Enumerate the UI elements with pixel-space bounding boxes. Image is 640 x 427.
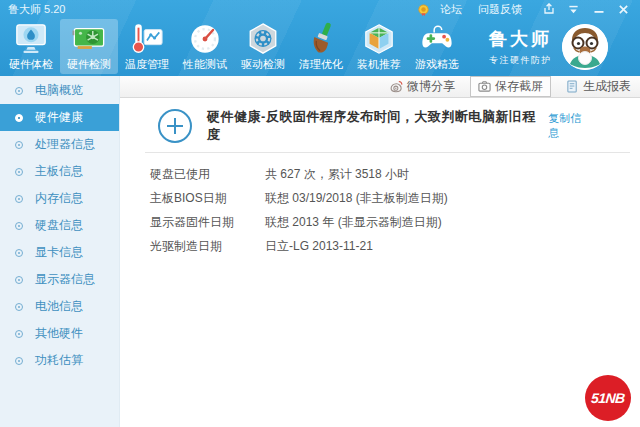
bullet-icon: [15, 87, 23, 95]
section-header: 硬件健康-反映固件程序发布时间，大致判断电脑新旧程度 复制信息: [158, 108, 640, 144]
cube-icon: [362, 22, 396, 56]
bullet-icon: [15, 141, 23, 149]
bullet-icon: [15, 222, 23, 230]
info-row-display-firmware-date: 显示器固件日期 联想 2013 年 (非显示器制造日期): [150, 210, 640, 234]
section-title: 硬件健康-反映固件程序发布时间，大致判断电脑新旧程度: [207, 108, 548, 144]
save-screenshot-label: 保存截屏: [495, 78, 543, 95]
tab-label: 硬件检测: [67, 57, 111, 72]
info-row-optical-drive-date: 光驱制造日期 日立-LG 2013-11-21: [150, 234, 640, 258]
row-value: 日立-LG 2013-11-21: [265, 238, 373, 255]
row-value: 共 627 次，累计 3518 小时: [265, 166, 409, 183]
save-screenshot-button[interactable]: 保存截屏: [470, 76, 551, 97]
close-button[interactable]: [617, 3, 630, 16]
window-title: 鲁大师 5.20: [8, 2, 65, 17]
generate-report-button[interactable]: 生成报表: [566, 78, 631, 95]
plus-circle-icon: [158, 109, 192, 143]
weibo-share-label: 微博分享: [407, 78, 455, 95]
share-icon[interactable]: [542, 3, 555, 16]
tab-label: 性能测试: [183, 57, 227, 72]
generate-report-label: 生成报表: [583, 78, 631, 95]
brand-area: 鲁大师 专注硬件防护: [489, 19, 640, 74]
tab-cleanup[interactable]: 清理优化: [292, 19, 350, 74]
medal-icon[interactable]: [417, 3, 430, 16]
sidebar-item-pc-overview[interactable]: 电脑概览: [0, 77, 119, 104]
minimize-button[interactable]: [592, 3, 605, 16]
sidebar-item-label: 电脑概览: [35, 82, 83, 99]
bullet-icon: [15, 357, 23, 365]
row-label: 光驱制造日期: [150, 238, 265, 255]
gauge-icon: [188, 22, 222, 56]
sidebar-item-display-info[interactable]: 显示器信息: [0, 266, 119, 293]
tab-label: 驱动检测: [241, 57, 285, 72]
brand-slogan: 专注硬件防护: [489, 54, 552, 67]
info-row-bios-date: 主板BIOS日期 联想 03/19/2018 (非主板制造日期): [150, 186, 640, 210]
tab-hardware-checkup[interactable]: 硬件体检: [2, 19, 60, 74]
sidebar-item-battery-info[interactable]: 电池信息: [0, 293, 119, 320]
weibo-share-button[interactable]: 微博分享: [390, 78, 455, 95]
brand-name: 鲁大师: [489, 27, 552, 51]
titlebar: 鲁大师 5.20 论坛 问题反馈: [0, 0, 640, 18]
sidebar-item-power-estimate[interactable]: 功耗估算: [0, 347, 119, 374]
tab-benchmark[interactable]: 性能测试: [176, 19, 234, 74]
row-label: 硬盘已使用: [150, 166, 265, 183]
tab-label: 游戏精选: [415, 57, 459, 72]
brand-text: 鲁大师 专注硬件防护: [489, 27, 552, 67]
row-value: 联想 2013 年 (非显示器制造日期): [265, 214, 442, 231]
content-area: 微博分享 保存截屏 生成报表 硬件健康-反映固件程序发布时间，大致判断电脑新旧程…: [120, 76, 640, 427]
copy-info-link[interactable]: 复制信息: [548, 111, 592, 141]
tab-label: 清理优化: [299, 57, 343, 72]
broom-icon: [304, 22, 338, 56]
sidebar-item-motherboard-info[interactable]: 主板信息: [0, 158, 119, 185]
main-panel: 硬件健康-反映固件程序发布时间，大致判断电脑新旧程度 复制信息 硬盘已使用 共 …: [120, 98, 640, 427]
app-header: 鲁大师 5.20 论坛 问题反馈 硬件体检: [0, 0, 640, 76]
feedback-link[interactable]: 问题反馈: [478, 2, 522, 17]
row-label: 主板BIOS日期: [150, 190, 265, 207]
forum-link[interactable]: 论坛: [440, 2, 462, 17]
bullet-icon: [15, 114, 23, 122]
tab-build-recommend[interactable]: 装机推荐: [350, 19, 408, 74]
monitor-droplet-icon: [14, 22, 48, 56]
sidebar-item-gpu-info[interactable]: 显卡信息: [0, 239, 119, 266]
bullet-icon: [15, 249, 23, 257]
sidebar-item-hardware-health[interactable]: 硬件健康: [0, 104, 119, 131]
51nb-watermark-logo: 51NB: [585, 375, 631, 421]
info-row-disk-usage: 硬盘已使用 共 627 次，累计 3518 小时: [150, 162, 640, 186]
tab-hardware-detect[interactable]: 硬件检测: [60, 19, 118, 74]
mascot-logo-icon: [562, 24, 608, 70]
tab-label: 温度管理: [125, 57, 169, 72]
sidebar-item-label: 主板信息: [35, 163, 83, 180]
sidebar-item-cpu-info[interactable]: 处理器信息: [0, 131, 119, 158]
bullet-icon: [15, 195, 23, 203]
skin-menu-icon[interactable]: [567, 3, 580, 16]
tab-game-picks[interactable]: 游戏精选: [408, 19, 466, 74]
actionbar: 微博分享 保存截屏 生成报表: [120, 76, 640, 98]
main-toolbar: 硬件体检 硬件检测 温度管理 性能测试 驱动检测: [0, 18, 640, 76]
tab-driver-detect[interactable]: 驱动检测: [234, 19, 292, 74]
gpu-card-icon: [72, 22, 106, 56]
sidebar-item-label: 其他硬件: [35, 325, 83, 342]
sidebar-item-label: 硬盘信息: [35, 217, 83, 234]
sidebar-item-other-hardware[interactable]: 其他硬件: [0, 320, 119, 347]
51nb-label: 51NB: [591, 390, 626, 406]
bullet-icon: [15, 168, 23, 176]
row-value: 联想 03/19/2018 (非主板制造日期): [265, 190, 448, 207]
report-icon: [566, 80, 579, 93]
sidebar: 电脑概览 硬件健康 处理器信息 主板信息 内存信息 硬盘信息 显卡信息 显示器信…: [0, 76, 120, 427]
bullet-icon: [15, 276, 23, 284]
camera-icon: [478, 80, 491, 93]
sidebar-item-label: 硬件健康: [35, 109, 83, 126]
sidebar-item-label: 显卡信息: [35, 244, 83, 261]
tab-label: 装机推荐: [357, 57, 401, 72]
sidebar-item-label: 显示器信息: [35, 271, 95, 288]
sidebar-item-label: 功耗估算: [35, 352, 83, 369]
gear-bolt-icon: [246, 22, 280, 56]
bullet-icon: [15, 303, 23, 311]
sidebar-item-disk-info[interactable]: 硬盘信息: [0, 212, 119, 239]
gamepad-icon: [420, 22, 454, 56]
sidebar-item-label: 处理器信息: [35, 136, 95, 153]
sidebar-item-label: 电池信息: [35, 298, 83, 315]
row-label: 显示器固件日期: [150, 214, 265, 231]
tab-temperature[interactable]: 温度管理: [118, 19, 176, 74]
sidebar-item-memory-info[interactable]: 内存信息: [0, 185, 119, 212]
sidebar-item-label: 内存信息: [35, 190, 83, 207]
